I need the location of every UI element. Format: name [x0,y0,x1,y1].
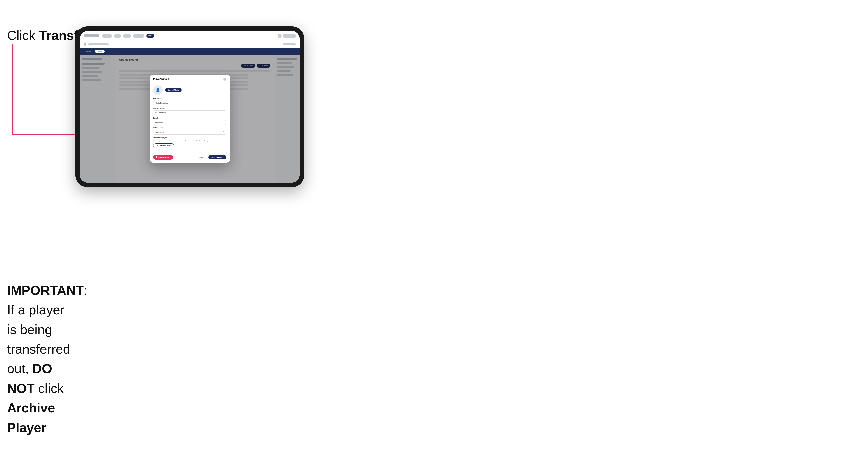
photo-row: 👤 Upload Photo [153,86,226,95]
modal-overlay: Player Details × 👤 Upload Photo [80,55,300,183]
app-header: More [80,31,300,41]
user-avatar [278,34,282,38]
avatar-person-icon: 👤 [155,88,160,93]
do-not-label: DO NOT [7,362,52,396]
modal-footer: ⬇ Archive Player Cancel Save Changes [150,153,230,163]
archive-button-label: Archive Player [158,156,171,158]
school-year-label: School Year [153,127,226,129]
sub-header-icon [84,43,87,46]
tab-squad-active[interactable]: Squad [95,50,104,53]
cancel-button[interactable]: Cancel [197,155,207,159]
upload-photo-button[interactable]: Upload Photo [165,88,182,92]
full-name-group: Full Name [153,97,226,105]
transfer-icon: ⟳ [156,145,158,147]
modal-title: Player Details [153,78,170,81]
transfer-player-button[interactable]: ⟳ Transfer Player [153,143,174,148]
modal-body: 👤 Upload Photo Full Name Display Name [150,83,230,153]
tablet-device: More Roster Squad [75,26,304,187]
email-label: Email [153,117,226,119]
content-area: Update Roster Add to Squad + Add Player [80,55,300,183]
transfer-section-title: Transfer Player [153,137,226,139]
app-nav: More [102,34,154,38]
tab-bar: Roster Squad [80,48,300,55]
tablet-screen: More Roster Squad [80,31,300,183]
sub-header [80,41,300,48]
nav-more-active[interactable]: More [146,34,154,38]
archive-player-button[interactable]: ⬇ Archive Player [153,155,173,160]
full-name-label: Full Name [153,97,226,99]
instruction-prefix: Click [7,28,39,43]
breadcrumb [89,43,108,45]
instruction-bottom: IMPORTANT: If a player is being transfer… [7,280,78,437]
transfer-section: Transfer Player If this player has moved… [153,137,226,148]
modal-close-button[interactable]: × [223,78,226,81]
nav-dashboards[interactable] [102,34,112,38]
transfer-section-description: If this player has moved to another scho… [153,140,226,142]
important-label: IMPORTANT [7,283,84,298]
nav-leaderboards[interactable] [133,34,144,38]
avatar-circle: 👤 [153,86,163,95]
display-name-group: Display Name [153,107,226,115]
modal-header: Player Details × [150,75,230,83]
display-name-label: Display Name [153,107,226,109]
tab-roster[interactable]: Roster [84,50,94,53]
transfer-button-label: Transfer Player [159,145,172,147]
header-right [278,34,296,38]
nav-teams[interactable] [114,34,121,38]
player-details-modal: Player Details × 👤 Upload Photo [150,75,230,163]
sub-header-right [283,43,296,45]
display-name-input[interactable] [153,110,226,115]
add-match-btn[interactable] [283,34,296,38]
nav-schedule[interactable] [123,34,131,38]
app-logo [84,34,99,37]
email-input[interactable] [153,120,226,125]
save-changes-button[interactable]: Save Changes [208,155,226,159]
school-year-select[interactable]: First Year Second Year Third Year Fourth… [153,130,226,135]
email-group: Email [153,117,226,125]
school-year-group: School Year First Year Second Year Third… [153,127,226,135]
archive-label: Archive Player [7,401,55,435]
footer-right-actions: Cancel Save Changes [197,155,226,159]
archive-icon: ⬇ [156,156,157,158]
full-name-input[interactable] [153,100,226,105]
school-year-select-wrapper: First Year Second Year Third Year Fourth… [153,129,226,135]
close-icon: × [224,78,225,80]
